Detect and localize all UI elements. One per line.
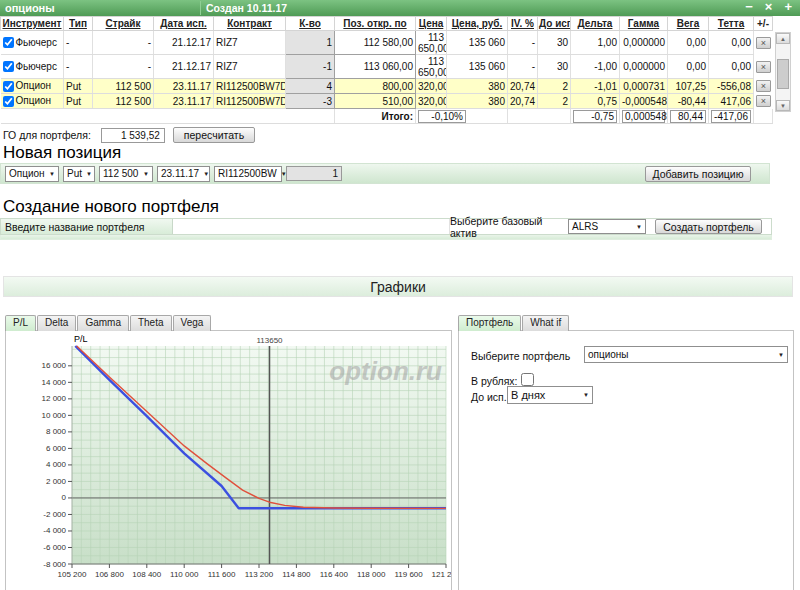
tab-theta[interactable]: Theta <box>130 315 172 331</box>
x-tick-label: 105 200 <box>58 570 87 579</box>
column-header-4[interactable]: Контракт <box>214 17 286 31</box>
quantity-input[interactable]: 1 <box>286 166 342 181</box>
tab-what-if[interactable]: What if <box>522 315 569 331</box>
cell-exp_date: 23.11.17 <box>154 94 214 109</box>
row-checkbox[interactable] <box>3 37 14 48</box>
chevron-down-icon: ▼ <box>203 171 209 177</box>
cell-theta: 0,00 <box>709 31 754 55</box>
cell-exp_date: 23.11.17 <box>154 79 214 94</box>
margin-value-input[interactable]: 1 539,52 <box>101 128 165 143</box>
portfolio-name-input[interactable] <box>173 219 450 234</box>
contract-select[interactable]: RI112500BW▼ <box>214 166 282 182</box>
table-scrollbar[interactable]: ▲ ▼ <box>775 32 791 112</box>
minimize-icon[interactable]: − <box>745 0 753 15</box>
days-select[interactable]: В днях▼ <box>507 386 593 404</box>
x-tick-label: 110 000 <box>170 570 199 579</box>
add-position-button[interactable]: Добавить позицию <box>645 166 751 182</box>
column-header-0[interactable]: Инструмент <box>1 17 64 31</box>
tab-gamma[interactable]: Gamma <box>77 315 129 331</box>
chart-title: P/L <box>74 334 88 344</box>
cell-delete: × <box>754 55 773 79</box>
titlebar-divider <box>200 1 201 15</box>
new-position-bar: Опцион▼ Put▼ 112 500▼ 23.11.17▼ RI112500… <box>0 163 770 184</box>
row-checkbox[interactable] <box>3 61 14 72</box>
column-header-14[interactable]: Тетта <box>709 17 754 31</box>
delete-row-button[interactable]: × <box>756 80 771 92</box>
cell-theta: 417,06 <box>709 94 754 109</box>
tab-vega[interactable]: Vega <box>173 315 212 331</box>
price-marker-label: 113650 <box>256 336 283 345</box>
column-header-10[interactable]: До исп. <box>538 17 571 31</box>
column-header-11[interactable]: Дельта <box>571 17 620 31</box>
close-icon[interactable]: × <box>765 0 773 15</box>
y-tick-label: -8 000 <box>43 560 66 569</box>
days-label: До исп.: <box>471 391 510 403</box>
tab-pl[interactable]: P/L <box>5 315 36 331</box>
scrollbar-thumb[interactable] <box>777 59 789 89</box>
y-tick-label: 16 000 <box>42 361 67 370</box>
cell-exp_date: 21.12.17 <box>154 31 214 55</box>
delete-row-button[interactable]: × <box>756 61 771 73</box>
column-header-3[interactable]: Дата исп. <box>154 17 214 31</box>
row-checkbox[interactable] <box>3 96 14 107</box>
column-header-9[interactable]: IV. % <box>508 17 538 31</box>
column-header-5[interactable]: К-во <box>286 17 335 31</box>
portfolio-titlebar: опционы Создан 10.11.17 − × + <box>0 0 800 16</box>
y-tick-label: 0 <box>62 493 67 502</box>
cell-type: - <box>64 31 93 55</box>
scroll-up-icon[interactable]: ▲ <box>776 33 790 44</box>
column-header-2[interactable]: Страйк <box>93 17 154 31</box>
charts-section-title: Графики <box>3 276 793 297</box>
cell-strike: 112 500 <box>93 79 154 94</box>
x-tick-label: 108 400 <box>132 570 161 579</box>
cell-price: 320,00 <box>416 94 447 109</box>
instrument-select[interactable]: Опцион▼ <box>5 166 59 182</box>
cell-contract: RIZ7 <box>214 55 286 79</box>
column-header-6[interactable]: Поз. откр. по <box>335 17 416 31</box>
position-row: ОпционPut112 50023.11.17RI112500BW7D-351… <box>1 94 773 109</box>
cell-open_price: 510,00 <box>335 94 416 109</box>
exp-date-select[interactable]: 23.11.17▼ <box>157 166 210 182</box>
column-header-12[interactable]: Гамма <box>620 17 668 31</box>
cell-vega: 107,25 <box>668 79 709 94</box>
tab-delta[interactable]: Delta <box>37 315 76 331</box>
cell-qty: 4 <box>286 79 335 94</box>
portfolio-select[interactable]: опционы▼ <box>584 346 788 363</box>
base-asset-label: Выберите базовый актив <box>450 219 568 234</box>
cell-price: 320,00 <box>416 79 447 94</box>
delete-row-button[interactable]: × <box>756 95 771 107</box>
column-header-7[interactable]: Цена <box>416 17 447 31</box>
base-asset-select[interactable]: ALRS▼ <box>568 219 646 234</box>
cell-vega: -80,44 <box>668 94 709 109</box>
delete-row-button[interactable]: × <box>756 37 771 49</box>
rubles-checkbox[interactable] <box>521 373 534 386</box>
y-tick-label: 14 000 <box>42 378 67 387</box>
column-header-8[interactable]: Цена, руб. <box>447 17 508 31</box>
option-type-select[interactable]: Put▼ <box>63 166 95 182</box>
create-portfolio-button[interactable]: Создать портфель <box>655 219 762 234</box>
recalculate-button[interactable]: пересчитать <box>173 127 255 143</box>
cell-gamma: 0,000000 <box>620 55 668 79</box>
create-portfolio-heading: Создание нового портфеля <box>3 197 800 216</box>
cell-contract: RI112500BW7D <box>214 94 286 109</box>
cell-instrument: Опцион <box>1 94 64 109</box>
tab-portfolio[interactable]: Портфель <box>458 315 521 331</box>
y-tick-label: -4 000 <box>43 526 66 535</box>
x-tick-label: 119 600 <box>394 570 423 579</box>
totals-label: Итого: <box>335 109 416 124</box>
add-icon[interactable]: + <box>784 0 792 15</box>
cell-vega: 0,00 <box>668 55 709 79</box>
chevron-down-icon: ▼ <box>143 171 149 177</box>
cell-days: 2 <box>538 79 571 94</box>
column-header-1[interactable]: Тип <box>64 17 93 31</box>
x-tick-label: 111 600 <box>208 570 236 579</box>
row-checkbox[interactable] <box>3 81 14 92</box>
cell-delta: -1,01 <box>571 79 620 94</box>
cell-theta: -556,08 <box>709 79 754 94</box>
column-header-13[interactable]: Вега <box>668 17 709 31</box>
create-portfolio-row: Введите название портфеля Выберите базов… <box>0 218 772 235</box>
cell-delete: × <box>754 94 773 109</box>
strike-select[interactable]: 112 500▼ <box>99 166 153 182</box>
scroll-down-icon[interactable]: ▼ <box>776 100 790 111</box>
x-tick-label: 121 200 <box>432 570 451 579</box>
